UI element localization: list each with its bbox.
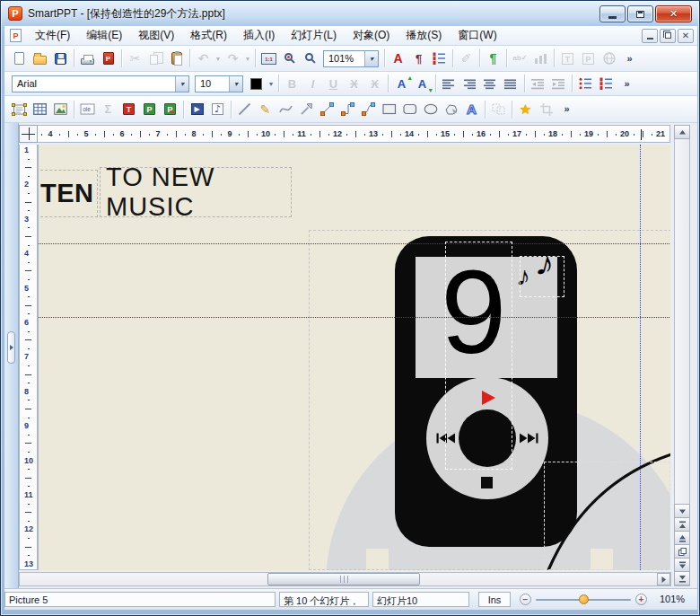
align-center-icon[interactable] bbox=[480, 74, 501, 93]
new-document-icon[interactable] bbox=[9, 48, 30, 68]
insert-report-green-icon[interactable]: P bbox=[160, 100, 180, 119]
font-combobox[interactable]: Arial▾ bbox=[12, 75, 189, 92]
font-color-swatch[interactable] bbox=[246, 74, 267, 93]
menu-format[interactable]: 格式(R) bbox=[182, 26, 235, 45]
mdi-minimize-button[interactable] bbox=[642, 29, 658, 43]
draw-rectangle-icon[interactable] bbox=[379, 100, 399, 119]
v-scroll-track[interactable] bbox=[675, 139, 689, 505]
outline-numbering-icon[interactable] bbox=[429, 48, 450, 68]
font-color-icon[interactable]: A bbox=[388, 48, 408, 68]
h-ruler-tick bbox=[248, 131, 249, 137]
formatting-marks-icon[interactable]: ¶ bbox=[483, 48, 503, 68]
v-ruler-number: 11 bbox=[24, 491, 33, 499]
insert-ole-object-icon[interactable]: ole bbox=[77, 100, 98, 119]
h-ruler-tick bbox=[257, 134, 258, 136]
insert-star-icon[interactable]: ★ bbox=[515, 100, 536, 119]
size-combobox[interactable]: 10▾ bbox=[195, 75, 243, 92]
close-button[interactable]: ✕ bbox=[655, 5, 692, 22]
save-icon[interactable] bbox=[50, 48, 71, 68]
insert-text-frame-red-icon[interactable]: T bbox=[118, 100, 139, 119]
shrink-font-icon[interactable]: A▼ bbox=[412, 74, 433, 93]
paragraph-settings-icon[interactable]: ¶ bbox=[408, 48, 429, 68]
align-right-icon[interactable] bbox=[459, 74, 480, 93]
print-icon[interactable] bbox=[77, 48, 98, 68]
toolbar-drawing: oleΣTPP▶♪✎A★» bbox=[4, 96, 697, 123]
zoom-out-icon[interactable] bbox=[300, 48, 320, 68]
draw-freehand-icon[interactable]: ✎ bbox=[255, 100, 276, 119]
outline-pane-collapsed[interactable] bbox=[4, 123, 19, 588]
bullets-icon[interactable] bbox=[575, 74, 596, 93]
slides-browser-button[interactable] bbox=[674, 544, 690, 559]
toolbar-separator bbox=[231, 101, 232, 119]
export-pdf-icon[interactable]: P bbox=[98, 48, 118, 68]
slide-canvas[interactable]: TEN TO NEW MUSIC 9 ♪ ♪ bbox=[38, 145, 670, 570]
scroll-down-button[interactable] bbox=[674, 504, 690, 518]
horizontal-scroll-thumb[interactable] bbox=[267, 573, 420, 585]
menu-slide[interactable]: 幻灯片(L) bbox=[283, 26, 345, 45]
title-bar[interactable]: P SmartPPT - [保持创造性的29个方法.pptx] ✕ bbox=[1, 1, 699, 26]
connector-elbow-icon[interactable] bbox=[337, 100, 358, 119]
zoom-slider-thumb[interactable] bbox=[579, 594, 589, 604]
zoom-in-button[interactable]: + bbox=[635, 594, 647, 605]
v-ruler-number: 12 bbox=[24, 525, 33, 533]
numbering-icon[interactable] bbox=[596, 74, 617, 93]
open-folder-icon[interactable] bbox=[30, 48, 50, 68]
minimize-button[interactable] bbox=[599, 5, 626, 22]
horizontal-ruler[interactable]: 456789101112131415161718192021 bbox=[38, 125, 670, 143]
wordart-icon[interactable]: A bbox=[461, 100, 482, 119]
chevron-down-icon[interactable]: ▾ bbox=[364, 51, 378, 66]
grow-font-icon[interactable]: A▲ bbox=[391, 74, 412, 93]
horizontal-scrollbar[interactable] bbox=[19, 572, 671, 586]
menu-edit[interactable]: 编辑(E) bbox=[78, 26, 130, 45]
previous-slide-button[interactable] bbox=[674, 531, 690, 545]
menu-play[interactable]: 播放(S) bbox=[398, 26, 450, 45]
draw-curve-icon[interactable] bbox=[276, 100, 296, 119]
zoom-combobox[interactable]: 101%▾ bbox=[323, 50, 379, 67]
actual-size-icon[interactable]: 1:1 bbox=[258, 48, 279, 68]
mdi-restore-button[interactable] bbox=[660, 29, 676, 43]
toolbar-overflow-icon[interactable]: » bbox=[556, 100, 577, 119]
h-ruler-tick bbox=[131, 134, 132, 136]
insert-textbox-icon[interactable] bbox=[9, 100, 30, 119]
scroll-up-button[interactable] bbox=[674, 125, 690, 139]
chevron-down-icon[interactable]: ▾ bbox=[175, 76, 188, 92]
menu-view[interactable]: 视图(V) bbox=[130, 26, 182, 45]
menu-insert[interactable]: 插入(I) bbox=[235, 26, 283, 45]
menu-file[interactable]: 文件(F) bbox=[27, 26, 78, 45]
font-color-dropdown[interactable]: ▾ bbox=[267, 80, 276, 88]
draw-ellipse-icon[interactable] bbox=[420, 100, 441, 119]
chevron-down-icon[interactable]: ▾ bbox=[229, 76, 242, 92]
zoom-region-icon[interactable] bbox=[279, 48, 300, 68]
menu-object[interactable]: 对象(O) bbox=[345, 26, 398, 45]
h-ruler-tick bbox=[149, 134, 150, 136]
insert-placeholder-green-icon[interactable]: P bbox=[139, 100, 160, 119]
vertical-ruler[interactable]: 12345678910111213 bbox=[19, 145, 38, 570]
draw-polygon-icon[interactable] bbox=[441, 100, 461, 119]
v-ruler-tick bbox=[25, 236, 31, 237]
next-slide-button[interactable] bbox=[674, 558, 690, 572]
mdi-close-button[interactable]: ✕ bbox=[678, 29, 694, 43]
draw-line-icon[interactable] bbox=[234, 100, 255, 119]
insert-picture-icon[interactable] bbox=[50, 100, 71, 119]
connector-curved-icon[interactable] bbox=[358, 100, 379, 119]
draw-rounded-rectangle-icon[interactable] bbox=[399, 100, 420, 119]
draw-arrow-icon[interactable] bbox=[296, 100, 317, 119]
insert-video-icon[interactable]: ▶ bbox=[187, 100, 207, 119]
toolbar-overflow-icon[interactable]: » bbox=[619, 48, 640, 68]
justify-icon[interactable] bbox=[501, 74, 521, 93]
paste-icon[interactable] bbox=[166, 48, 187, 68]
align-left-icon[interactable] bbox=[439, 74, 459, 93]
scroll-right-button[interactable] bbox=[657, 573, 670, 585]
first-slide-button[interactable] bbox=[674, 517, 690, 532]
toolbar-overflow-icon[interactable]: » bbox=[617, 74, 637, 93]
insert-table-icon[interactable] bbox=[30, 100, 50, 119]
vertical-scrollbar[interactable] bbox=[674, 125, 690, 586]
restore-button[interactable] bbox=[627, 5, 653, 22]
pane-splitter-handle[interactable] bbox=[7, 331, 15, 364]
last-slide-button[interactable] bbox=[674, 571, 690, 585]
zoom-out-button[interactable]: − bbox=[520, 594, 531, 605]
connector-straight-icon[interactable] bbox=[317, 100, 337, 119]
insert-audio-icon[interactable]: ♪ bbox=[207, 100, 228, 119]
menu-window[interactable]: 窗口(W) bbox=[450, 26, 504, 45]
v-ruler-tick bbox=[25, 374, 31, 375]
